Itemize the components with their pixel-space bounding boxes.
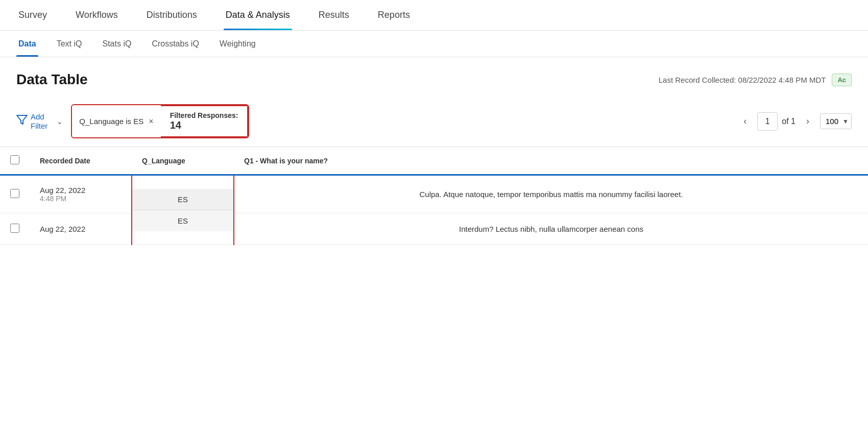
row-1-q1-cell: Culpa. Atque natoque, tempor temporibus … (234, 175, 868, 213)
nav-results-label: Results (319, 10, 349, 20)
row-1-checkbox[interactable] (10, 189, 19, 198)
filter-chip-container: Q_Language is ES × Filtered Responses: 1… (71, 104, 249, 138)
row-1-q1-text: Culpa. Atque natoque, tempor temporibus … (419, 190, 683, 199)
next-page-button[interactable]: › (800, 113, 816, 130)
nav-data-analysis-label: Data & Analysis (226, 10, 290, 20)
select-all-checkbox[interactable] (10, 155, 19, 164)
pagination: ‹ 1 of 1 › 100 50 25 ▼ (737, 112, 852, 131)
page-title: Data Table (16, 71, 88, 88)
nav-distributions-label: Distributions (147, 10, 197, 20)
tab-weighting[interactable]: Weighting (218, 31, 258, 57)
tab-weighting-label: Weighting (220, 39, 256, 49)
nav-workflows[interactable]: Workflows (74, 0, 120, 30)
filtered-responses-label: Filtered Responses: (170, 111, 238, 119)
filter-chip-label: Q_Language is ES (79, 117, 143, 126)
filter-icon (16, 115, 28, 128)
per-page-select[interactable]: 100 50 25 (820, 113, 852, 129)
sub-tabs: Data Text iQ Stats iQ Crosstabs iQ Weigh… (0, 31, 868, 57)
nav-survey[interactable]: Survey (16, 0, 49, 30)
tab-crosstabs-iq-label: Crosstabs iQ (152, 39, 199, 49)
row-2-checkbox-cell (0, 213, 30, 245)
es-cell-inner: ES ES (132, 189, 233, 231)
nav-survey-label: Survey (18, 10, 47, 20)
tab-data[interactable]: Data (16, 31, 38, 57)
data-table: Recorded Date Q_Language Q1 - What is yo… (0, 147, 868, 245)
row-2-q1-text: Interdum? Lectus nibh, nulla ullamcorper… (459, 225, 643, 233)
filter-dropdown-chevron[interactable]: ⌄ (57, 117, 63, 126)
prev-page-button[interactable]: ‹ (737, 113, 753, 130)
q1-header: Q1 - What is your name? (234, 147, 868, 175)
row-1-date-cell: Aug 22, 2022 4:48 PM (30, 175, 132, 213)
add-filter-label: AddFilter (31, 112, 47, 131)
recorded-date-header: Recorded Date (30, 147, 132, 175)
nav-distributions[interactable]: Distributions (144, 0, 199, 30)
row-1-language-cell: ES ES (132, 175, 234, 245)
nav-data-analysis[interactable]: Data & Analysis (224, 0, 292, 30)
row-1-es-badge: ES (132, 189, 233, 210)
page-of-label: of 1 (782, 117, 795, 126)
nav-workflows-label: Workflows (76, 10, 118, 20)
table-wrapper: Recorded Date Q_Language Q1 - What is yo… (0, 147, 868, 245)
row-1-time: 4:48 PM (40, 195, 121, 203)
q-language-header: Q_Language (132, 147, 234, 175)
table-header-row: Recorded Date Q_Language Q1 - What is yo… (0, 147, 868, 175)
filter-bar: AddFilter ⌄ Q_Language is ES × Filtered … (0, 96, 868, 147)
per-page-wrapper: 100 50 25 ▼ (820, 113, 852, 129)
row-2-q1-cell: Interdum? Lectus nibh, nulla ullamcorper… (234, 213, 868, 245)
row-2-es-badge: ES (132, 210, 233, 231)
row-2-date: Aug 22, 2022 (40, 225, 121, 233)
tab-data-label: Data (18, 39, 36, 49)
row-2-date-cell: Aug 22, 2022 (30, 213, 132, 245)
filtered-responses: Filtered Responses: 14 (161, 105, 249, 137)
table-row: Aug 22, 2022 4:48 PM ES ES Culpa. Atque … (0, 175, 868, 213)
tab-stats-iq[interactable]: Stats iQ (100, 31, 133, 57)
nav-results[interactable]: Results (317, 0, 351, 30)
tab-stats-iq-label: Stats iQ (102, 39, 131, 49)
ac-badge: Ac (832, 74, 852, 86)
filter-chip-close[interactable]: × (149, 117, 153, 126)
table-row: Aug 22, 2022 Interdum? Lectus nibh, null… (0, 213, 868, 245)
tab-crosstabs-iq[interactable]: Crosstabs iQ (150, 31, 201, 57)
row-2-checkbox[interactable] (10, 224, 19, 233)
nav-reports[interactable]: Reports (376, 0, 412, 30)
row-1-date: Aug 22, 2022 (40, 186, 121, 195)
current-page-display[interactable]: 1 (757, 112, 778, 131)
page-header: Data Table Last Record Collected: 08/22/… (0, 57, 868, 96)
filter-chip: Q_Language is ES × (72, 105, 160, 137)
tab-text-iq[interactable]: Text iQ (55, 31, 84, 57)
add-filter-button[interactable]: AddFilter (16, 112, 47, 131)
top-nav: Survey Workflows Distributions Data & An… (0, 0, 868, 31)
tab-text-iq-label: Text iQ (57, 39, 82, 49)
last-record-text: Last Record Collected: 08/22/2022 4:48 P… (659, 76, 826, 84)
filtered-responses-count: 14 (170, 119, 238, 131)
select-all-header (0, 147, 30, 175)
row-1-checkbox-cell (0, 175, 30, 213)
nav-reports-label: Reports (378, 10, 410, 20)
